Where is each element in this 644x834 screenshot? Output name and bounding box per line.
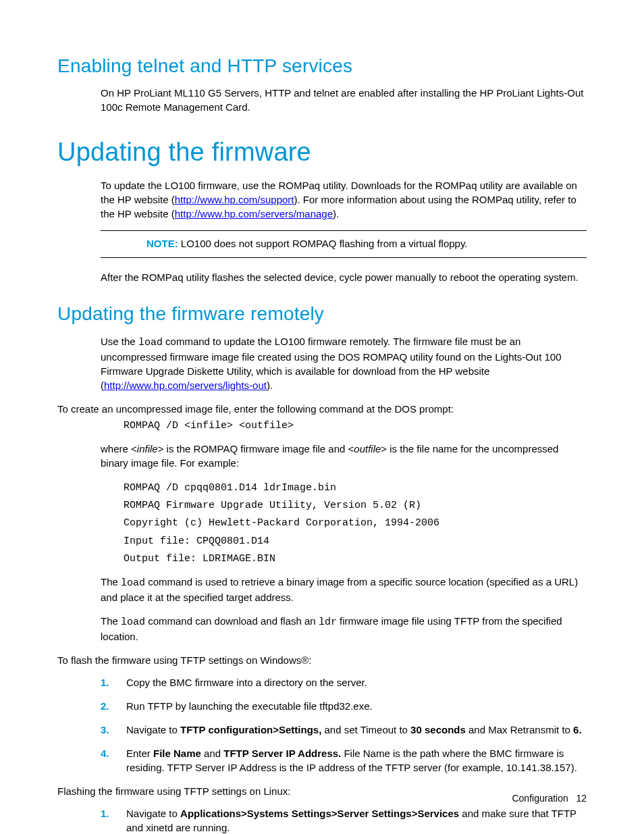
text: Use the xyxy=(101,336,138,347)
code-rompaq-d: ROMPAQ /D <infile> <outfile> xyxy=(124,417,587,435)
step-text: Copy the BMC firmware into a directory o… xyxy=(126,677,367,688)
link-hp-lights-out[interactable]: http://www.hp.com/servers/lights-out xyxy=(104,380,267,391)
step-number: 1. xyxy=(101,675,109,689)
code-inline: load xyxy=(121,577,145,589)
section3-para7: Flashing the firmware using TFTP setting… xyxy=(57,784,587,798)
section1-body: On HP ProLiant ML110 G5 Servers, HTTP an… xyxy=(101,86,587,114)
footer-label: Configuration xyxy=(512,793,568,804)
section3-para2: To create an uncompressed image file, en… xyxy=(57,402,587,416)
bold: Applications>Systems Settings>Server Set… xyxy=(180,808,459,819)
section3-body: Use the load command to update the LO100… xyxy=(101,334,587,392)
note-text: LO100 does not support ROMPAQ flashing f… xyxy=(178,238,468,249)
section2-body: To update the LO100 firmware, use the RO… xyxy=(101,178,587,284)
code-line: Copyright (c) Hewlett-Packard Corporatio… xyxy=(124,515,587,532)
bold: 6. xyxy=(573,724,582,735)
windows-steps: 1. Copy the BMC firmware into a director… xyxy=(101,675,587,775)
code-inline: load xyxy=(121,617,145,628)
text: The xyxy=(101,615,121,627)
section2-para2: After the ROMPaq utility flashes the sel… xyxy=(101,270,587,284)
text: command can download and flash an xyxy=(145,615,319,627)
text: ). xyxy=(333,208,339,219)
text: Navigate to xyxy=(126,724,180,735)
heading-updating-firmware: Updating the firmware xyxy=(57,134,587,170)
step-4: 4. Enter File Name and TFTP Server IP Ad… xyxy=(101,746,587,775)
text: and xyxy=(201,748,223,759)
bold: File Name xyxy=(153,748,201,759)
italic: infile xyxy=(137,443,158,454)
code-rompaq-example: ROMPAQ /D cpqq0801.D14 ldrImage.bin ROMP… xyxy=(124,479,587,568)
text: The xyxy=(101,576,121,588)
text: ). xyxy=(267,380,273,391)
step-2: 2. Run TFTP by launching the executable … xyxy=(101,699,587,713)
section3-para4: The load command is used to retrieve a b… xyxy=(101,575,587,604)
step-1: 1. Copy the BMC firmware into a director… xyxy=(101,675,587,689)
linux-steps: 1. Navigate to Applications>Systems Sett… xyxy=(101,806,587,834)
code-line: Output file: LDRIMAGE.BIN xyxy=(124,550,587,568)
link-hp-support[interactable]: http://www.hp.com/support xyxy=(175,194,294,205)
section1-para: On HP ProLiant ML110 G5 Servers, HTTP an… xyxy=(101,86,587,114)
step-number: 1. xyxy=(101,806,109,820)
rule-bottom xyxy=(101,257,587,258)
footer: Configuration 12 xyxy=(512,792,587,806)
text: and set Timeout to xyxy=(321,724,410,735)
bold: TFTP configuration>Settings, xyxy=(180,724,321,735)
section3-para1: Use the load command to update the LO100… xyxy=(101,334,587,392)
code-line: Input file: CPQQ0801.D14 xyxy=(124,533,587,550)
code-line: ROMPAQ Firmware Upgrade Utility, Version… xyxy=(124,497,587,515)
code-inline: ldr xyxy=(319,617,337,628)
heading-enabling-telnet: Enabling telnet and HTTP services xyxy=(57,53,587,79)
text: and Max Retransmit to xyxy=(466,724,573,735)
bold: TFTP Server IP Address. xyxy=(223,748,341,759)
step-number: 2. xyxy=(101,699,109,713)
step-number: 3. xyxy=(101,723,109,737)
windows-steps-wrap: 1. Copy the BMC firmware into a director… xyxy=(101,675,587,775)
linux-steps-wrap: 1. Navigate to Applications>Systems Sett… xyxy=(101,806,587,834)
page: Enabling telnet and HTTP services On HP … xyxy=(0,0,644,834)
step-text: Run TFTP by launching the executable fil… xyxy=(126,700,373,712)
heading-updating-remotely: Updating the firmware remotely xyxy=(57,301,587,327)
note-label: NOTE: xyxy=(146,238,178,249)
text: > is the ROMPAQ firmware image file and … xyxy=(158,443,354,454)
rule-top xyxy=(101,230,587,231)
section3-para3: where <infile> is the ROMPAQ firmware im… xyxy=(101,442,587,470)
link-hp-servers-manage[interactable]: http://www.hp.com/servers/manage xyxy=(175,208,333,219)
text: command is used to retrieve a binary ima… xyxy=(101,576,578,603)
section3-para6: To flash the firmware using TFTP setting… xyxy=(57,653,587,667)
linux-step-1: 1. Navigate to Applications>Systems Sett… xyxy=(101,806,587,834)
text: Navigate to xyxy=(126,808,180,819)
bold: 30 seconds xyxy=(410,724,466,735)
code-group-1: ROMPAQ /D <infile> <outfile> where <infi… xyxy=(101,417,587,644)
note-row: NOTE: LO100 does not support ROMPAQ flas… xyxy=(146,236,580,251)
code-inline: load xyxy=(138,337,163,348)
code-line: ROMPAQ /D cpqq0801.D14 ldrImage.bin xyxy=(124,479,587,497)
text: Enter xyxy=(126,748,153,759)
step-number: 4. xyxy=(101,746,109,760)
footer-page: 12 xyxy=(576,793,587,804)
text: where < xyxy=(101,443,137,454)
section2-para1: To update the LO100 firmware, use the RO… xyxy=(101,178,587,221)
section3-para5: The load command can download and flash … xyxy=(101,614,587,644)
italic: outfile xyxy=(354,443,381,454)
step-3: 3. Navigate to TFTP configuration>Settin… xyxy=(101,723,587,737)
